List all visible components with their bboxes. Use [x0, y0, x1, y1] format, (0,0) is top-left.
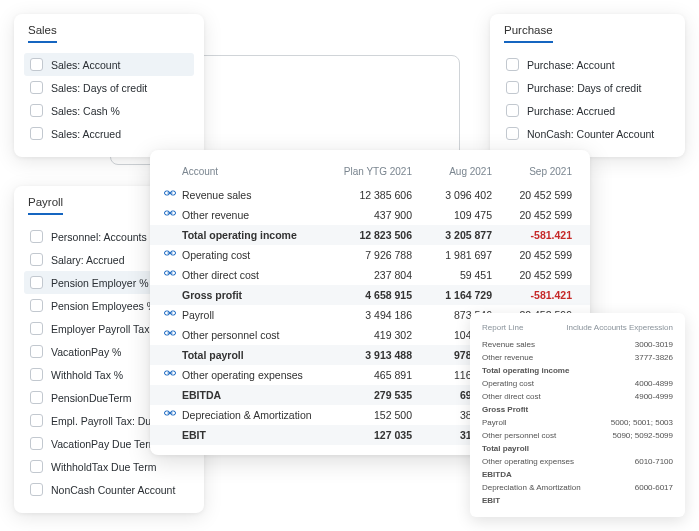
- link-icon: [164, 370, 176, 380]
- mapping-row: Operating cost4000-4899: [482, 377, 673, 390]
- checkbox[interactable]: [30, 58, 43, 71]
- mapping-row: Total operating income: [482, 364, 673, 377]
- checkbox[interactable]: [30, 299, 43, 312]
- checkbox[interactable]: [30, 276, 43, 289]
- mapping-expr: 3777-3826: [635, 353, 673, 362]
- mapping-row: Other direct cost4900-4999: [482, 390, 673, 403]
- mapping-row: Other revenue3777-3826: [482, 351, 673, 364]
- link-icon: [164, 190, 176, 200]
- link-icon: [164, 310, 176, 320]
- table-row: Other direct cost237 80459 45120 452 599: [150, 265, 590, 285]
- checkbox[interactable]: [30, 322, 43, 335]
- cell-value: 20 452 599: [492, 269, 572, 281]
- cell-value: 419 302: [332, 329, 412, 341]
- item-label: NonCash: Counter Account: [527, 128, 654, 140]
- mapping-expr: 5090; 5092-5099: [613, 431, 674, 440]
- mapping-expr: 3000-3019: [635, 340, 673, 349]
- cell-value: -581.421: [492, 289, 572, 301]
- link-icon: [164, 330, 176, 340]
- row-label[interactable]: Other operating expenses: [182, 369, 332, 381]
- item-label: Pension Employer %: [51, 277, 148, 289]
- checkbox[interactable]: [30, 391, 43, 404]
- checkbox[interactable]: [30, 483, 43, 496]
- mapping-line: EBITDA: [482, 470, 512, 479]
- checkbox[interactable]: [30, 81, 43, 94]
- table-row: Gross profit4 658 9151 164 729-581.421: [150, 285, 590, 305]
- checkbox[interactable]: [506, 104, 519, 117]
- table-row: Operating cost7 926 7881 981 69720 452 5…: [150, 245, 590, 265]
- checkbox[interactable]: [30, 368, 43, 381]
- sales-item[interactable]: Sales: Cash %: [24, 99, 194, 122]
- row-label: Gross profit: [182, 289, 332, 301]
- row-label[interactable]: Operating cost: [182, 249, 332, 261]
- mapping-line: EBIT: [482, 496, 500, 505]
- row-label[interactable]: Other revenue: [182, 209, 332, 221]
- col-sep: Sep 2021: [492, 166, 572, 177]
- sales-title: Sales: [28, 24, 57, 43]
- row-label[interactable]: Other personnel cost: [182, 329, 332, 341]
- report-header: Account Plan YTG 2021 Aug 2021 Sep 2021: [150, 162, 590, 185]
- item-label: Sales: Cash %: [51, 105, 120, 117]
- mapping-row: Other personnel cost5090; 5092-5099: [482, 429, 673, 442]
- mapping-line: Other revenue: [482, 353, 533, 362]
- cell-value: 109 475: [412, 209, 492, 221]
- checkbox[interactable]: [30, 230, 43, 243]
- col-aug: Aug 2021: [412, 166, 492, 177]
- mapping-expr: 4000-4899: [635, 379, 673, 388]
- cell-value: 1 164 729: [412, 289, 492, 301]
- item-label: VacationPay %: [51, 346, 121, 358]
- table-row: Revenue sales12 385 6063 096 40220 452 5…: [150, 185, 590, 205]
- mapping-line: Other direct cost: [482, 392, 541, 401]
- payroll-item[interactable]: NonCash Counter Account: [24, 478, 194, 501]
- purchase-item[interactable]: Purchase: Days of credit: [500, 76, 675, 99]
- cell-value: 127 035: [332, 429, 412, 441]
- checkbox[interactable]: [30, 414, 43, 427]
- cell-value: 1 981 697: [412, 249, 492, 261]
- checkbox[interactable]: [506, 58, 519, 71]
- sales-item[interactable]: Sales: Account: [24, 53, 194, 76]
- table-row: Total operating income12 823 5063 205 87…: [150, 225, 590, 245]
- item-label: WithholdTax Due Term: [51, 461, 156, 473]
- sales-item[interactable]: Sales: Accrued: [24, 122, 194, 145]
- item-label: Purchase: Accrued: [527, 105, 615, 117]
- checkbox[interactable]: [30, 460, 43, 473]
- mapping-row: EBITDA: [482, 468, 673, 481]
- mapping-row: Gross Profit: [482, 403, 673, 416]
- row-label[interactable]: Revenue sales: [182, 189, 332, 201]
- mapping-row: Revenue sales3000-3019: [482, 338, 673, 351]
- checkbox[interactable]: [506, 81, 519, 94]
- sales-items: Sales: AccountSales: Days of creditSales…: [14, 49, 204, 157]
- item-label: VacationPay Due Term: [51, 438, 157, 450]
- cell-value: 437 900: [332, 209, 412, 221]
- purchase-item[interactable]: NonCash: Counter Account: [500, 122, 675, 145]
- cell-value: 59 451: [412, 269, 492, 281]
- mapping-expr: 6000-6017: [635, 483, 673, 492]
- row-label[interactable]: Other direct cost: [182, 269, 332, 281]
- purchase-item[interactable]: Purchase: Accrued: [500, 99, 675, 122]
- cell-value: 7 926 788: [332, 249, 412, 261]
- row-label[interactable]: Depreciation & Amortization: [182, 409, 332, 421]
- checkbox[interactable]: [506, 127, 519, 140]
- item-label: Sales: Account: [51, 59, 120, 71]
- cell-value: 3 913 488: [332, 349, 412, 361]
- table-row: Other revenue437 900109 47520 452 599: [150, 205, 590, 225]
- mapping-line: Total operating income: [482, 366, 569, 375]
- checkbox[interactable]: [30, 127, 43, 140]
- link-icon: [164, 270, 176, 280]
- cell-value: 152 500: [332, 409, 412, 421]
- row-label[interactable]: Payroll: [182, 309, 332, 321]
- mapping-card: Report Line Include Accounts Experession…: [470, 313, 685, 517]
- checkbox[interactable]: [30, 104, 43, 117]
- row-label: EBIT: [182, 429, 332, 441]
- item-label: Sales: Accrued: [51, 128, 121, 140]
- sales-item[interactable]: Sales: Days of credit: [24, 76, 194, 99]
- checkbox[interactable]: [30, 437, 43, 450]
- cell-value: 12 385 606: [332, 189, 412, 201]
- payroll-item[interactable]: WithholdTax Due Term: [24, 455, 194, 478]
- mapping-line: Other personnel cost: [482, 431, 556, 440]
- mapping-line: Other operating expenses: [482, 457, 574, 466]
- mapping-expr: 5000; 5001; 5003: [611, 418, 673, 427]
- checkbox[interactable]: [30, 345, 43, 358]
- purchase-item[interactable]: Purchase: Account: [500, 53, 675, 76]
- checkbox[interactable]: [30, 253, 43, 266]
